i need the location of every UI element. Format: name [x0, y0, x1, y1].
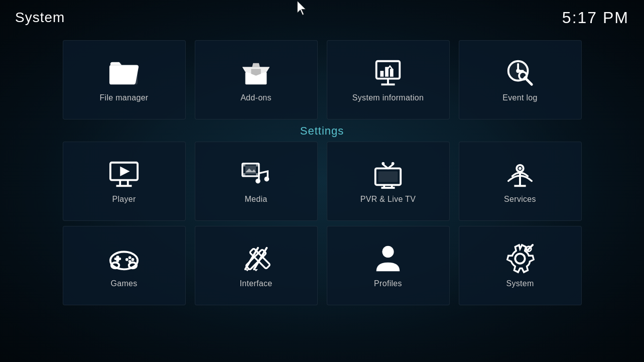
svg-point-26 — [255, 179, 261, 184]
tile-event-log-label: Event log — [502, 93, 537, 102]
interface-icon — [240, 243, 272, 274]
tile-add-ons[interactable]: Add-ons — [195, 40, 318, 119]
svg-point-44 — [128, 256, 132, 259]
svg-rect-22 — [242, 173, 245, 176]
tile-system[interactable]: System — [459, 226, 582, 305]
games-icon — [108, 243, 140, 274]
tile-media-label: Media — [244, 195, 267, 204]
svg-point-56 — [382, 246, 394, 258]
tile-file-manager-label: File manager — [100, 93, 149, 102]
player-icon — [108, 159, 140, 190]
addons-icon — [240, 57, 272, 88]
tile-interface-label: Interface — [240, 279, 273, 288]
svg-point-27 — [264, 177, 269, 182]
pvr-icon — [372, 159, 404, 190]
tile-media[interactable]: Media — [195, 142, 318, 221]
sysinfo-icon — [372, 57, 404, 88]
tile-services[interactable]: Services — [459, 142, 582, 221]
tile-pvr-live-tv-label: PVR & Live TV — [360, 195, 416, 204]
tile-player[interactable]: Player — [63, 142, 186, 221]
svg-point-31 — [392, 162, 395, 165]
services-icon — [504, 159, 536, 190]
settings-section-label: Settings — [300, 125, 344, 138]
tile-profiles-label: Profiles — [374, 279, 402, 288]
settings-row-2: Games Interface — [55, 226, 589, 305]
tile-system-information-label: System information — [352, 93, 424, 102]
tile-services-label: Services — [504, 195, 536, 204]
main-content: File manager Add-ons — [0, 35, 644, 362]
svg-rect-23 — [256, 164, 259, 167]
svg-marker-19 — [120, 167, 130, 176]
tile-games[interactable]: Games — [63, 226, 186, 305]
tile-file-manager[interactable]: File manager — [63, 40, 186, 119]
tile-event-log[interactable]: Event log — [459, 40, 582, 119]
tile-profiles[interactable]: Profiles — [327, 226, 450, 305]
tile-system-label: System — [506, 279, 534, 288]
svg-point-57 — [515, 254, 525, 263]
tile-player-label: Player — [112, 195, 136, 204]
svg-rect-33 — [378, 171, 398, 182]
tile-games-label: Games — [110, 279, 137, 288]
svg-rect-21 — [242, 164, 245, 167]
tile-system-information[interactable]: System information — [327, 40, 450, 119]
svg-rect-7 — [390, 69, 394, 77]
clock: 5:17 PM — [562, 9, 629, 27]
svg-marker-55 — [254, 269, 258, 271]
tile-interface[interactable]: Interface — [195, 226, 318, 305]
profiles-icon — [372, 243, 404, 274]
top-row: File manager Add-ons — [55, 40, 589, 119]
tile-pvr-live-tv[interactable]: PVR & Live TV — [327, 142, 450, 221]
tile-add-ons-label: Add-ons — [240, 93, 272, 102]
svg-marker-54 — [245, 269, 249, 271]
svg-rect-43 — [116, 256, 119, 262]
svg-point-30 — [381, 162, 384, 165]
svg-rect-5 — [380, 71, 384, 77]
media-icon — [240, 159, 272, 190]
page-title: System — [15, 10, 65, 26]
svg-point-45 — [132, 258, 135, 261]
folder-icon — [108, 57, 140, 88]
svg-point-47 — [125, 258, 128, 261]
svg-point-38 — [519, 167, 522, 170]
svg-point-12 — [516, 69, 520, 73]
settings-row-1: Player M — [55, 142, 589, 221]
header: System 5:17 PM — [0, 0, 644, 35]
system-icon — [504, 243, 536, 274]
eventlog-icon — [504, 57, 536, 88]
